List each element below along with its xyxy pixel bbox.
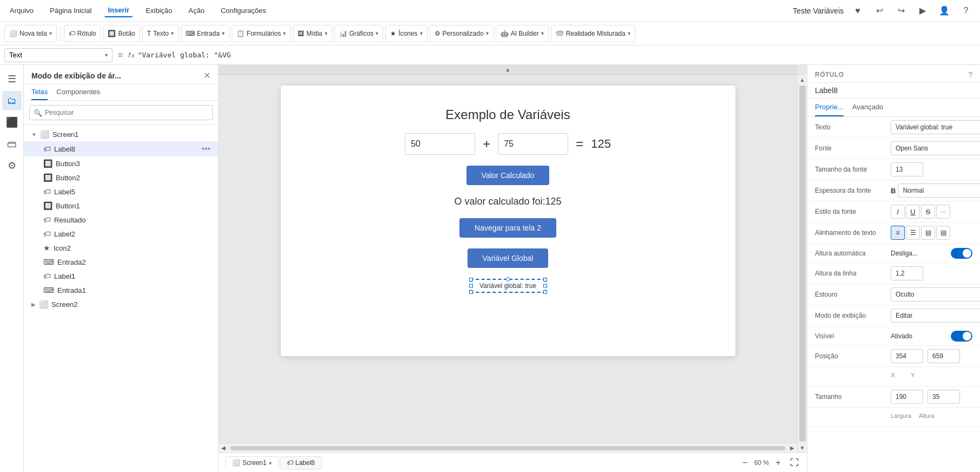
ai-builder-button[interactable]: 🤖 AI Builder ▾ [496,25,549,42]
nova-tela-button[interactable]: ⬜ Nova tela ▾ [4,25,57,42]
align-center-button[interactable]: ☰ [906,226,920,240]
navegar-tela2-button[interactable]: Navegar para tela 2 [459,218,556,238]
prop-y-input[interactable] [928,349,960,363]
strikethrough-button[interactable]: S [921,205,935,219]
scroll-up-icon[interactable]: ▲ [505,67,511,73]
texto-button[interactable]: T Texto ▾ [142,25,179,42]
redo-icon[interactable]: ↪ [893,3,909,18]
underline-button[interactable]: U [906,205,920,219]
hscroll-left-arrow[interactable]: ◀ [219,443,228,453]
tree-tab-telas[interactable]: Telas [31,88,48,100]
menu-toggle-icon[interactable]: ☰ [2,69,22,89]
hscroll-right-arrow[interactable]: ▶ [787,443,797,453]
name-box[interactable]: Text ▾ [4,48,113,62]
prop-tamanho-fonte-input[interactable] [891,162,923,176]
menu-acao[interactable]: Ação [185,4,208,17]
handle-top-center[interactable] [506,277,510,281]
data-icon[interactable]: 🗃 [2,134,22,154]
prop-fonte-input[interactable] [891,141,980,155]
bottom-tab-screen1[interactable]: ⬜ Screen1 ▾ [225,456,279,469]
menu-configuracoes[interactable]: Configurações [218,4,269,17]
icones-button[interactable]: ★ Ícones ▾ [385,25,427,42]
handle-top-left[interactable] [469,278,473,281]
prop-espessura-input[interactable] [898,183,980,198]
tree-item-entrada2[interactable]: ⌨ Entrada2 [24,255,218,269]
more-style-button[interactable]: ⋯ [936,205,950,219]
prop-estouro-input[interactable] [891,287,980,301]
layers-icon[interactable]: ⬛ [2,113,22,132]
canvas-scroll[interactable]: Exemplo de Variáveis + = 125 Valor Calcu… [219,75,797,453]
bottom-tab-label8[interactable]: 🏷 Label8 [280,456,322,469]
tree-toggle-icon[interactable]: 🗂 [2,91,22,110]
menu-exibicao[interactable]: Exibição [142,4,175,17]
tree-item-resultado[interactable]: 🏷 Resultado [24,213,218,227]
tree-item-button3[interactable]: 🔲 Button3 [24,156,218,171]
tree-close-icon[interactable]: ✕ [203,70,211,81]
tree-item-button1[interactable]: 🔲 Button1 [24,199,218,213]
align-justify-button[interactable]: ▤ [936,226,950,240]
midia-button[interactable]: 🖼 Mídia ▾ [293,25,332,42]
right-panel-tab-avancado[interactable]: Avançado [852,99,884,116]
align-left-button[interactable]: ≡ [891,226,905,240]
realidade-misturada-button[interactable]: 🥽 Realidade Misturada ▾ [551,25,635,42]
valor-calculado-button[interactable]: Valor Calculado [466,166,550,185]
prop-x-input[interactable] [891,349,923,363]
handle-middle-right[interactable] [543,284,547,288]
prop-tamanho-label: Tamanho [815,393,891,401]
tree-item-label1[interactable]: 🏷 Label1 [24,269,218,283]
prop-altura-linha-input[interactable] [891,266,923,280]
help-icon[interactable]: ? [958,3,974,18]
formula-input[interactable] [137,48,976,62]
screen2-group-header[interactable]: ▶ ⬜ Screen2 [24,297,218,311]
prop-largura-input[interactable] [891,390,923,404]
settings-icon[interactable]: ⚙ [2,156,22,175]
tree-tab-componentes[interactable]: Componentes [56,88,100,100]
menu-pagina-inicial[interactable]: Página Inicial [47,4,95,17]
scroll-down-arrow[interactable]: ▼ [798,443,807,453]
align-right-button[interactable]: ▤ [921,226,935,240]
entrada-button[interactable]: ⌨ Entrada ▾ [181,25,229,42]
right-panel-tab-proprie[interactable]: Proprie... [815,99,844,116]
heart-icon[interactable]: ♥ [850,3,865,18]
right-panel-help-icon[interactable]: ? [968,70,972,79]
hscroll-thumb[interactable] [231,446,785,450]
formularios-button[interactable]: 📋 Formulários ▾ [232,25,291,42]
canvas-input2[interactable] [498,133,568,155]
menu-inserir[interactable]: Inserir [104,4,133,17]
tree-item-button2[interactable]: 🔲 Button2 [24,171,218,185]
scroll-thumb[interactable] [799,86,806,442]
rotulo-button[interactable]: 🏷 Rótulo [64,25,101,42]
handle-top-right[interactable] [543,278,547,281]
tree-item-label8[interactable]: 🏷 Label8 ••• [24,141,218,156]
tree-item-label2[interactable]: 🏷 Label2 [24,227,218,241]
scroll-up-arrow[interactable]: ▲ [798,75,807,84]
personalizado-button[interactable]: ⚙ Personalizado ▾ [430,25,494,42]
label8-dots-icon[interactable]: ••• [201,144,211,154]
handle-bottom-right[interactable] [543,290,547,294]
tree-item-icon2[interactable]: ★ Icon2 [24,241,218,255]
handle-middle-left[interactable] [469,284,473,288]
search-input[interactable] [29,105,213,120]
botao-button[interactable]: 🔲 Botão [103,25,140,42]
canvas-input1[interactable] [405,133,475,155]
undo-icon[interactable]: ↩ [872,3,887,18]
prop-texto-input[interactable] [891,120,980,134]
tree-item-label5[interactable]: 🏷 Label5 [24,185,218,199]
user-icon[interactable]: 👤 [937,3,952,18]
handle-bottom-left[interactable] [469,290,473,294]
prop-modo-exibicao-input[interactable] [891,309,980,323]
menu-arquivo[interactable]: Arquivo [6,4,37,17]
italic-button[interactable]: I [891,205,905,219]
graficos-button[interactable]: 📊 Gráficos ▾ [334,25,384,42]
zoom-out-button[interactable]: − [739,457,751,469]
play-icon[interactable]: ▶ [915,3,930,18]
fullscreen-button[interactable]: ⛶ [788,457,800,469]
altura-auto-toggle[interactable] [951,248,972,259]
visivel-toggle[interactable] [951,331,972,342]
prop-altura-input[interactable] [928,390,960,404]
tree-item-entrada1[interactable]: ⌨ Entrada1 [24,283,218,297]
zoom-in-button[interactable]: + [772,457,784,469]
label8-element[interactable]: Variável global: true [470,279,546,293]
screen1-group-header[interactable]: ▼ ⬜ Screen1 [24,127,218,141]
variavel-global-button[interactable]: Variável Global [468,248,549,268]
